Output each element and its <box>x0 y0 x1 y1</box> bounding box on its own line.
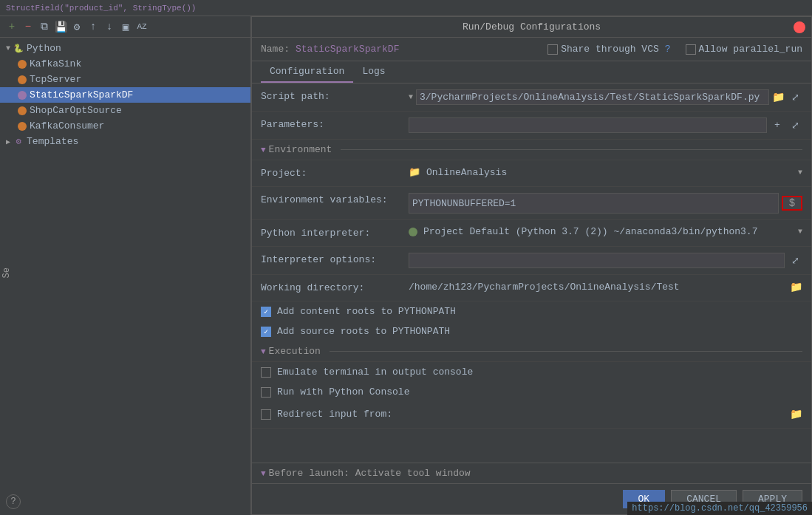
parameters-input[interactable] <box>409 117 767 133</box>
tree-item-tcpserver-label: TcpServer <box>30 74 81 85</box>
tree-item-templates[interactable]: ▶ ⚙ Templates <box>0 134 250 149</box>
env-vars-input[interactable] <box>409 193 779 214</box>
share-vcs-help-icon[interactable]: ? <box>665 44 671 55</box>
tree-item-tcpserver[interactable]: TcpServer <box>0 72 250 87</box>
parameters-add-icon[interactable]: + <box>770 118 785 133</box>
dialog-close-button[interactable] <box>794 21 805 33</box>
tree-item-shopcar[interactable]: ShopCarOptSource <box>0 103 250 118</box>
watermark: https://blog.csdn.net/qq_42359956 <box>627 502 812 515</box>
shopcar-icon <box>18 106 27 115</box>
dialog-tabs: Configuration Logs <box>252 61 811 83</box>
working-dir-value: /home/zh123/PycharmProjects/OnlineAnalys… <box>409 281 802 293</box>
script-path-value: ▼ 📁 ⤢ <box>409 89 802 105</box>
tcpserver-icon <box>18 75 27 84</box>
script-path-expand-icon[interactable]: ⤢ <box>788 90 802 105</box>
move-up-button[interactable]: ↑ <box>87 21 99 33</box>
script-path-input[interactable] <box>416 89 769 105</box>
run-debug-dialog: Run/Debug Configurations Name: StaticSpa… <box>251 16 812 515</box>
tab-configuration[interactable]: Configuration <box>261 61 353 83</box>
move-down-button[interactable]: ↓ <box>103 21 115 33</box>
templates-label: Templates <box>27 136 78 147</box>
python-label: Python <box>27 43 61 54</box>
dialog-title: Run/Debug Configurations <box>463 21 601 33</box>
python-arrow-icon: ▼ <box>6 44 10 52</box>
before-launch-section: ▼ Before launch: Activate tool window <box>252 463 811 483</box>
redirect-input-checkbox[interactable] <box>261 409 271 420</box>
tree-root-python[interactable]: ▼ 🐍 Python <box>0 41 250 56</box>
project-value: 📁 OnlineAnalysis ▼ <box>409 166 802 178</box>
redirect-input-content: Redirect input from: 📁 <box>261 408 802 420</box>
python-interp-row: Python interpreter: Project Default (Pyt… <box>252 220 811 247</box>
run-python-console-row: Run with Python Console <box>252 382 811 402</box>
add-source-roots-label: Add source roots to PYTHONPATH <box>277 326 450 337</box>
save-config-button[interactable]: 💾 <box>55 21 66 33</box>
script-path-dropdown-icon[interactable]: ▼ <box>409 93 413 101</box>
interp-options-value: ⤢ <box>409 253 802 268</box>
add-source-roots-checkbox[interactable] <box>261 327 271 337</box>
run-python-console-checkbox[interactable] <box>261 387 271 398</box>
templates-arrow-icon: ▶ <box>6 137 10 146</box>
grid-button[interactable]: ▣ <box>120 21 132 33</box>
environment-section-label: Environment <box>269 144 332 155</box>
share-section: Share through VCS ? Allow parallel_run <box>547 44 802 55</box>
emulate-terminal-label: Emulate terminal in output console <box>277 366 473 378</box>
env-vars-dollar-button[interactable]: $ <box>782 196 802 211</box>
dialog-titlebar: Run/Debug Configurations <box>252 17 811 38</box>
env-vars-label: Environment variables: <box>261 193 409 205</box>
dialog-body: Script path: ▼ 📁 ⤢ Parameters: + ⤢ <box>252 83 811 463</box>
kafkaconsumer-icon <box>18 122 27 131</box>
allow-parallel-label: Allow parallel_run <box>699 44 802 55</box>
dialog-header: Name: StaticSparkSparkDF Share through V… <box>252 38 811 61</box>
add-content-roots-label: Add content roots to PYTHONPATH <box>277 306 456 317</box>
interp-options-input[interactable] <box>409 253 785 268</box>
script-path-label: Script path: <box>261 89 409 102</box>
tree-item-kafkasink-label: KafkaSink <box>30 58 81 69</box>
python-interp-label: Python interpreter: <box>261 226 409 239</box>
templates-gear-icon: ⚙ <box>13 137 24 147</box>
help-button[interactable]: ? <box>6 494 21 509</box>
emulate-terminal-checkbox[interactable] <box>261 367 271 378</box>
tab-logs[interactable]: Logs <box>353 61 394 83</box>
share-vcs-checkbox[interactable] <box>547 44 558 55</box>
copy-config-button[interactable]: ⧉ <box>38 21 50 33</box>
remove-config-button[interactable]: − <box>22 21 34 33</box>
python-interp-dropdown-icon[interactable]: ▼ <box>798 228 802 236</box>
before-launch-collapse-icon[interactable]: ▼ <box>261 469 266 478</box>
add-content-roots-row: Add content roots to PYTHONPATH <box>252 301 811 321</box>
tree-item-kafkaconsumer[interactable]: KafkaConsumer <box>0 118 250 134</box>
static-icon <box>18 91 27 100</box>
tree-item-shopcar-label: ShopCarOptSource <box>30 105 122 116</box>
environment-collapse-icon[interactable]: ▼ <box>261 146 266 154</box>
project-dropdown-icon[interactable]: ▼ <box>798 168 802 177</box>
name-value: StaticSparkSparkDF <box>296 44 399 55</box>
working-dir-text: /home/zh123/PycharmProjects/OnlineAnalys… <box>409 282 680 293</box>
script-path-browse-icon[interactable]: 📁 <box>772 91 785 103</box>
add-config-button[interactable]: + <box>6 21 18 33</box>
allow-parallel-checkbox[interactable] <box>686 44 696 55</box>
redirect-input-browse-icon[interactable]: 📁 <box>790 408 802 420</box>
dialog-overlay: Run/Debug Configurations Name: StaticSpa… <box>251 16 812 515</box>
parameters-row: Parameters: + ⤢ <box>252 112 811 140</box>
execution-collapse-icon[interactable]: ▼ <box>261 347 266 356</box>
before-launch-label: Before launch: Activate tool window <box>269 468 471 479</box>
topbar-code: StructField("product_id", StringType()) <box>6 4 196 13</box>
interp-options-label: Interpreter options: <box>261 253 409 265</box>
environment-divider <box>341 149 802 150</box>
add-content-roots-checkbox[interactable] <box>261 307 271 317</box>
tree-item-kafkasink[interactable]: KafkaSink <box>0 56 250 72</box>
python-interp-text: Project Default (Python 3.7 (2)) ~/anaco… <box>423 226 757 237</box>
parameters-expand-icon[interactable]: ⤢ <box>788 118 802 133</box>
interp-options-expand-icon[interactable]: ⤢ <box>788 253 802 268</box>
settings-button[interactable]: ⚙ <box>71 21 83 33</box>
sort-button[interactable]: AZ <box>136 21 148 33</box>
env-vars-value: $ <box>409 193 802 214</box>
tree-item-static[interactable]: StaticSparkSparkDF <box>0 87 250 103</box>
add-source-roots-row: Add source roots to PYTHONPATH <box>252 321 811 341</box>
script-path-row: Script path: ▼ 📁 ⤢ <box>252 83 811 112</box>
python-interp-value: Project Default (Python 3.7 (2)) ~/anaco… <box>409 226 802 237</box>
working-dir-label: Working directory: <box>261 281 409 293</box>
sidebar-tree: ▼ 🐍 Python KafkaSink TcpServer StaticSpa… <box>0 38 250 515</box>
working-dir-browse-icon[interactable]: 📁 <box>790 281 802 293</box>
kafkasink-icon <box>18 60 27 69</box>
share-vcs-label: Share through VCS <box>561 44 659 55</box>
